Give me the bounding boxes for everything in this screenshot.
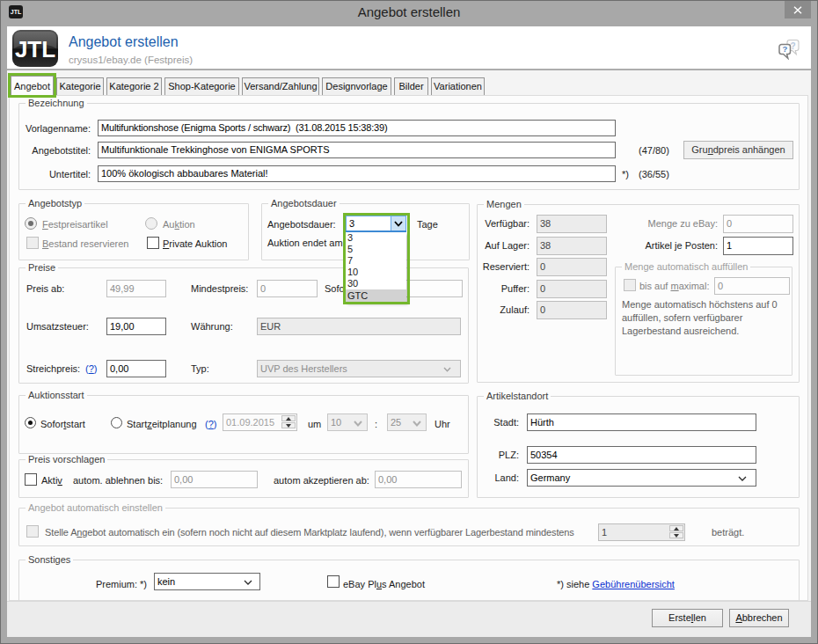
- svg-text:JTL: JTL: [15, 36, 55, 62]
- svg-text:?: ?: [782, 44, 787, 54]
- svg-text:?: ?: [790, 41, 795, 51]
